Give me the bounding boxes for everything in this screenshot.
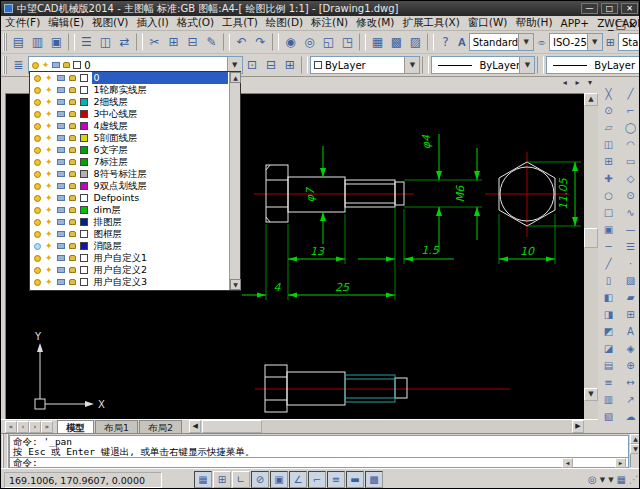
toolbar-button[interactable]: ✂ — [145, 33, 164, 52]
toolbar-button[interactable]: ⊞ — [164, 33, 183, 52]
lock-icon[interactable] — [69, 219, 76, 225]
sun-icon[interactable]: ✦ — [45, 218, 53, 227]
menu-item[interactable]: 窗口(W) — [464, 16, 512, 30]
layout-tab[interactable]: 布局2 — [139, 420, 182, 433]
layer-row[interactable]: ✦ Defpoints — [30, 192, 240, 204]
toolbar-button[interactable]: A — [621, 323, 640, 340]
printer-icon[interactable] — [57, 183, 65, 189]
lock-icon[interactable] — [69, 111, 76, 117]
layout-tab[interactable]: 模型 — [57, 420, 94, 433]
toolbar-button[interactable] — [359, 33, 366, 51]
layer-row[interactable]: ✦ dim层 — [30, 204, 240, 216]
toolbar-button[interactable]: ╱ — [621, 85, 640, 102]
toolbar-button[interactable]: ◪ — [599, 340, 618, 357]
toolbar-button[interactable] — [272, 33, 279, 51]
annotation-scale-icon[interactable]: ◎ — [588, 474, 597, 485]
sun-icon[interactable]: ✦ — [45, 158, 53, 167]
layer-color-swatch[interactable] — [80, 86, 88, 94]
layer-name[interactable]: 0 — [92, 72, 228, 84]
bulb-icon[interactable] — [34, 147, 41, 154]
toolbar-button[interactable]: · — [621, 255, 640, 272]
bulb-icon[interactable] — [34, 111, 41, 118]
printer-icon[interactable] — [57, 159, 65, 165]
chevron-down-icon[interactable]: ▼ — [404, 57, 419, 73]
bulb-icon[interactable] — [34, 99, 41, 106]
lock-icon[interactable] — [69, 231, 76, 237]
toolbar-button[interactable]: ▨ — [621, 272, 640, 289]
printer-icon[interactable] — [57, 111, 65, 117]
layer-row[interactable]: ✦ 6文字层 — [30, 144, 240, 156]
toolbar-button[interactable]: ◧ — [599, 289, 618, 306]
toolbar-button[interactable]: ◇ — [621, 170, 640, 187]
bulb-icon[interactable] — [34, 171, 41, 178]
command-window-drag-handle[interactable] — [2, 434, 9, 469]
chevron-down-icon[interactable]: ▼ — [587, 34, 602, 50]
scroll-left-icon[interactable]: ◀ — [189, 420, 201, 433]
toolbar-button[interactable]: ▨ — [406, 33, 425, 52]
printer-icon[interactable] — [57, 279, 65, 285]
menu-item[interactable]: 文件(F) — [1, 16, 44, 30]
toolbar-button[interactable]: ⊞ — [621, 306, 640, 323]
layer-row[interactable]: ✦ 消隐层 — [30, 240, 240, 252]
scroll-left-icon[interactable]: ◀ — [562, 458, 573, 468]
bulb-icon[interactable] — [34, 207, 41, 214]
printer-icon[interactable] — [57, 231, 65, 237]
layer-row[interactable]: ✦ 用户自定义2 — [30, 264, 240, 276]
layer-states-icon[interactable]: ⊡ — [243, 56, 262, 75]
sun-icon[interactable]: ✦ — [45, 134, 53, 143]
toolbar-button[interactable]: ▣ — [47, 33, 66, 52]
layer-color-swatch[interactable] — [80, 230, 88, 238]
scroll-up-icon[interactable]: ▲ — [584, 93, 598, 106]
layer-color-swatch[interactable] — [80, 134, 88, 142]
layer-name[interactable]: 9双点划线层 — [92, 180, 228, 192]
layer-row[interactable]: ✦ 图框层 — [30, 228, 240, 240]
toolbar-button[interactable]: ▥ — [599, 391, 618, 408]
toolbar-button[interactable]: ◱ — [319, 33, 338, 52]
color-combo[interactable]: ByLayer▼ — [310, 56, 420, 74]
sun-icon[interactable]: ✦ — [45, 266, 53, 275]
toolbar-button[interactable]: ↔ — [621, 374, 640, 391]
sun-icon[interactable]: ✦ — [45, 194, 53, 203]
toolbar-button[interactable]: ☰ — [621, 238, 640, 255]
layer-row[interactable]: ✦ 9双点划线层 — [30, 180, 240, 192]
lock-icon[interactable] — [69, 123, 76, 129]
layer-color-swatch[interactable] — [80, 110, 88, 118]
dropdown-scrollbar[interactable]: ▲ ▼ — [229, 72, 240, 290]
vertical-scrollbar[interactable]: ▲ ▼ — [584, 93, 598, 419]
scroll-down-icon[interactable]: ▼ — [230, 279, 241, 290]
tab-first-icon[interactable]: « — [5, 421, 17, 433]
menu-item[interactable]: 工具(T) — [218, 16, 262, 30]
printer-icon[interactable] — [57, 219, 65, 225]
layer-color-swatch[interactable] — [80, 206, 88, 214]
layer-name[interactable]: 消隐层 — [92, 240, 228, 252]
layer-name[interactable]: 用户自定义1 — [92, 252, 228, 264]
layer-color-swatch[interactable] — [80, 122, 88, 130]
layer-row[interactable]: ✦ 用户自定义3 — [30, 276, 240, 288]
status-toggle-button[interactable]: ▬ — [346, 471, 364, 488]
scroll-down-icon[interactable]: ▼ — [630, 444, 640, 454]
toolbar-button[interactable]: ↗ — [621, 391, 640, 408]
printer-icon[interactable] — [57, 147, 65, 153]
scroll-right-icon[interactable]: ▶ — [572, 420, 584, 433]
sun-icon[interactable]: ✦ — [45, 74, 53, 83]
layer-color-swatch[interactable] — [80, 158, 88, 166]
menu-item[interactable]: 扩展工具(X) — [398, 16, 463, 30]
printer-icon[interactable] — [57, 87, 65, 93]
printer-icon[interactable] — [57, 267, 65, 273]
toolbar-button[interactable]: ╳ — [599, 85, 618, 102]
printer-icon[interactable] — [57, 135, 65, 141]
layer-color-swatch[interactable] — [80, 278, 88, 286]
maximize-button[interactable]: □ — [601, 3, 618, 14]
toolbar-button[interactable]: ▧ — [599, 408, 618, 425]
menu-item[interactable]: 绘图(D) — [262, 16, 307, 30]
toolbar-button[interactable]: ☁ — [621, 408, 640, 425]
lock-icon[interactable] — [69, 195, 76, 201]
toolbar-button[interactable]: ✎ — [202, 33, 221, 52]
mdi-minimize-button[interactable]: _ — [608, 18, 614, 31]
toolbar-button[interactable]: ▱ — [599, 119, 618, 136]
layer-row[interactable]: ✦ 7标注层 — [30, 156, 240, 168]
layer-row[interactable]: ✦ 4虚线层 — [30, 120, 240, 132]
toolbar-drag-handle[interactable] — [3, 56, 7, 74]
mdi-close-button[interactable]: × — [628, 18, 637, 31]
toolbar-button[interactable]: ◳ — [338, 33, 357, 52]
